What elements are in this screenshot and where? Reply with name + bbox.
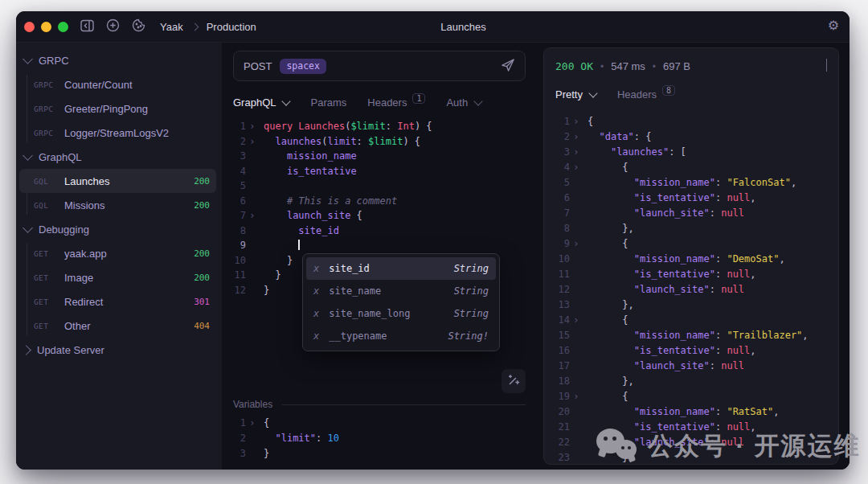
line-content: launches(limit: $limit) { bbox=[264, 134, 420, 150]
folder-children: GRPCCounter/CountGRPCGreeter/PingPongGRP… bbox=[16, 72, 221, 145]
autocomplete-item-site-id[interactable]: xsite_idString bbox=[306, 257, 496, 280]
line-content: "launch_site": null bbox=[588, 282, 744, 297]
fold-spacer bbox=[570, 191, 583, 206]
request-name: Logger/StreamLogsV2 bbox=[64, 127, 210, 139]
fold-spacer bbox=[570, 175, 583, 191]
tab-graphql[interactable]: GraphQL bbox=[233, 96, 289, 109]
response-status-badge: 200 OK bbox=[555, 60, 593, 72]
code-line: 2› launches(limit: $limit) { bbox=[233, 134, 526, 150]
line-number: 11 bbox=[233, 268, 246, 283]
line-content: "launch_site": null bbox=[588, 206, 744, 221]
status-badge: 200 bbox=[194, 176, 210, 187]
sidebar-item-other[interactable]: GETOther404 bbox=[19, 314, 216, 338]
line-number: 7 bbox=[233, 208, 246, 224]
request-name: yaak.app bbox=[64, 248, 194, 260]
sidebar-item-launches[interactable]: GQLLaunches200 bbox=[19, 169, 216, 193]
request-name: Launches bbox=[64, 175, 194, 187]
code-line: 16 "is_tentative": null, bbox=[554, 343, 838, 359]
line-number: 15 bbox=[554, 328, 570, 343]
wechat-icon bbox=[596, 428, 640, 465]
breadcrumb-workspace[interactable]: Yaak bbox=[160, 21, 183, 33]
fold-arrow-icon[interactable]: › bbox=[570, 129, 583, 145]
code-line: 20 "mission_name": "RatSat", bbox=[554, 404, 838, 420]
format-query-button[interactable] bbox=[502, 369, 526, 393]
close-button[interactable] bbox=[24, 22, 35, 32]
cookies-button[interactable] bbox=[132, 18, 145, 35]
sidebar-item-missions[interactable]: GQLMissions200 bbox=[19, 193, 216, 217]
line-content: is_tentative bbox=[264, 164, 357, 179]
response-actions-button[interactable] bbox=[819, 59, 827, 74]
minimize-button[interactable] bbox=[41, 22, 51, 32]
sidebar-item-yaak-app[interactable]: GETyaak.app200 bbox=[19, 241, 216, 265]
autocomplete-item-typename[interactable]: x__typenameString! bbox=[306, 325, 496, 347]
fold-spacer bbox=[246, 446, 259, 461]
toggle-sidebar-button[interactable] bbox=[80, 19, 94, 35]
line-number: 9 bbox=[233, 238, 246, 253]
response-header: 200 OK • 547 ms • 697 B bbox=[544, 48, 838, 74]
variables-editor[interactable]: 1›{2 "limit": 103} bbox=[233, 416, 526, 461]
fold-arrow-icon[interactable]: › bbox=[570, 114, 583, 129]
request-name: Missions bbox=[64, 199, 194, 211]
fold-spacer bbox=[246, 224, 259, 239]
code-line: 1›{ bbox=[233, 416, 526, 431]
fold-arrow-icon[interactable]: › bbox=[570, 236, 583, 252]
variables-label: Variables bbox=[233, 399, 272, 410]
tab-pretty[interactable]: Pretty bbox=[555, 88, 596, 100]
status-badge: 200 bbox=[194, 273, 210, 283]
autocomplete-item-site-name-long[interactable]: xsite_name_longString bbox=[306, 302, 496, 325]
fold-arrow-icon[interactable]: › bbox=[246, 119, 259, 134]
tab-auth[interactable]: Auth bbox=[446, 96, 481, 109]
request-method: POST bbox=[244, 60, 272, 72]
sidebar-folder-grpc[interactable]: GRPC bbox=[16, 48, 221, 72]
main-layout: GRPCGRPCCounter/CountGRPCGreeter/PingPon… bbox=[16, 43, 850, 470]
line-content: "is_tentative": null, bbox=[588, 343, 756, 359]
folder-label: Update Server bbox=[37, 344, 104, 356]
sidebar-item-image[interactable]: GETImage200 bbox=[19, 265, 216, 289]
sidebar-item-logger-streamlogsv2[interactable]: GRPCLogger/StreamLogsV2 bbox=[19, 121, 216, 145]
line-content: { bbox=[588, 236, 628, 252]
line-content: "is_tentative": null, bbox=[588, 267, 756, 282]
line-number: 10 bbox=[554, 252, 570, 267]
fold-arrow-icon[interactable]: › bbox=[246, 416, 259, 431]
response-body-viewer[interactable]: 1›{2› "data": {3› "launches": [4› {5 "mi… bbox=[544, 114, 838, 464]
tab-headers[interactable]: Headers8 bbox=[617, 88, 675, 100]
breadcrumb-environment[interactable]: Production bbox=[207, 21, 256, 33]
code-line: 3} bbox=[233, 446, 526, 461]
fold-arrow-icon[interactable]: › bbox=[246, 208, 259, 224]
fold-arrow-icon[interactable]: › bbox=[570, 389, 583, 404]
sidebar-folder-update-server[interactable]: Update Server bbox=[16, 338, 221, 362]
line-number: 1 bbox=[233, 119, 246, 134]
line-number: 1 bbox=[233, 416, 246, 431]
zoom-button[interactable] bbox=[58, 22, 68, 32]
request-name: Greeter/PingPong bbox=[64, 103, 210, 115]
send-request-button[interactable] bbox=[501, 58, 515, 75]
line-content: "launches": [ bbox=[588, 145, 686, 160]
code-line: 4› { bbox=[554, 160, 838, 175]
url-bar[interactable]: POST spacex bbox=[233, 51, 526, 81]
field-type: String bbox=[454, 308, 489, 319]
sidebar-item-greeter-pingpong[interactable]: GRPCGreeter/PingPong bbox=[19, 96, 216, 121]
new-request-button[interactable] bbox=[106, 18, 120, 35]
fold-arrow-icon[interactable]: › bbox=[246, 134, 259, 150]
line-number: 17 bbox=[554, 359, 570, 374]
sidebar-item-counter-count[interactable]: GRPCCounter/Count bbox=[19, 72, 216, 96]
app-window: Yaak Production Launches ⚙ GRPCGRPCCount… bbox=[16, 11, 850, 470]
fold-arrow-icon[interactable]: › bbox=[570, 160, 583, 175]
sidebar-item-redirect[interactable]: GETRedirect301 bbox=[19, 289, 216, 314]
tab-headers[interactable]: Headers1 bbox=[367, 96, 425, 109]
line-number: 7 bbox=[554, 206, 570, 221]
fold-arrow-icon[interactable]: › bbox=[570, 145, 583, 160]
sidebar-folder-debugging[interactable]: Debugging bbox=[16, 217, 221, 241]
fold-spacer bbox=[570, 252, 583, 267]
sidebar-folder-graphql[interactable]: GraphQL bbox=[16, 145, 221, 169]
settings-button[interactable]: ⚙ bbox=[828, 19, 839, 32]
tab-params[interactable]: Params bbox=[310, 96, 346, 109]
fold-arrow-icon[interactable]: › bbox=[570, 313, 583, 328]
code-line: 8 }, bbox=[554, 221, 838, 236]
fold-spacer bbox=[570, 450, 583, 464]
cookie-icon bbox=[132, 18, 145, 35]
autocomplete-item-site-name[interactable]: xsite_nameString bbox=[306, 280, 496, 302]
tab-label: Headers bbox=[367, 96, 407, 109]
line-content: "limit": 10 bbox=[264, 431, 339, 446]
line-number: 1 bbox=[554, 114, 570, 129]
